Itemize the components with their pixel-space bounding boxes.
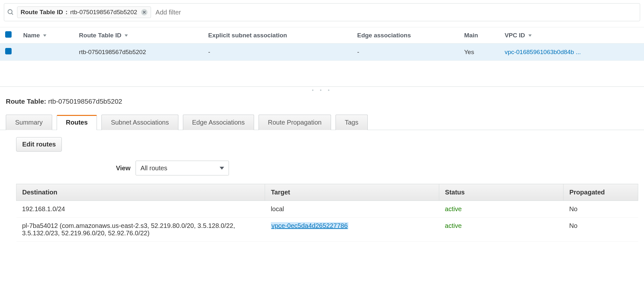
route-target: local (265, 201, 439, 218)
split-handle[interactable]: ● ● ● (0, 87, 644, 92)
route-destination: 192.168.1.0/24 (16, 201, 265, 218)
remove-filter-icon[interactable] (141, 9, 147, 15)
chevron-down-icon (220, 167, 224, 170)
col-main[interactable]: Main (459, 27, 499, 43)
select-all-checkbox[interactable] (5, 31, 12, 38)
svg-point-0 (8, 10, 12, 14)
col-explicit-subnet-assoc[interactable]: Explicit subnet association (203, 27, 352, 43)
filter-tag-route-table-id[interactable]: Route Table ID : rtb-0750198567d5b5202 (17, 6, 151, 18)
view-label: View (116, 164, 130, 172)
edit-routes-button[interactable]: Edit routes (16, 137, 62, 152)
col-name[interactable]: Name (18, 27, 74, 43)
search-icon (4, 9, 17, 16)
view-dropdown[interactable]: All routes (136, 161, 229, 175)
route-status: active (445, 205, 462, 212)
route-propagated: No (564, 218, 638, 242)
add-filter-input[interactable] (154, 7, 640, 18)
svg-line-1 (12, 13, 13, 15)
col-vpc-id[interactable]: VPC ID (499, 27, 644, 43)
routes-col-destination[interactable]: Destination (16, 184, 265, 201)
tab-edge-associations[interactable]: Edge Associations (183, 115, 254, 130)
tabs: Summary Routes Subnet Associations Edge … (0, 114, 644, 130)
row-checkbox[interactable] (5, 48, 12, 54)
tab-route-propagation[interactable]: Route Propagation (259, 115, 331, 130)
tab-summary[interactable]: Summary (6, 115, 52, 130)
routes-col-propagated[interactable]: Propagated (564, 184, 638, 201)
detail-id: rtb-0750198567d5b5202 (48, 98, 122, 105)
detail-label: Route Table: (6, 98, 46, 105)
routes-col-target[interactable]: Target (265, 184, 439, 201)
detail-header: Route Table: rtb-0750198567d5b5202 (0, 92, 644, 108)
route-destination: pl-7ba54012 (com.amazonaws.us-east-2.s3,… (16, 218, 265, 242)
routes-col-status[interactable]: Status (439, 184, 564, 201)
cell-route-table-id: rtb-0750198567d5b5202 (74, 43, 203, 61)
cell-explicit: - (203, 43, 352, 61)
cell-main: Yes (459, 43, 499, 61)
route-row: pl-7ba54012 (com.amazonaws.us-east-2.s3,… (16, 218, 638, 242)
route-row: 192.168.1.0/24 local active No (16, 201, 638, 218)
route-status: active (445, 222, 462, 229)
route-propagated: No (564, 201, 638, 218)
filter-key: Route Table ID (21, 9, 63, 16)
filter-value: rtb-0750198567d5b5202 (70, 9, 137, 16)
view-row: View All routes (0, 152, 644, 184)
route-tables-table: Name Route Table ID Explicit subnet asso… (0, 27, 644, 61)
routes-table: Destination Target Status Propagated 192… (16, 184, 638, 242)
filter-bar: Route Table ID : rtb-0750198567d5b5202 (4, 3, 640, 21)
tab-routes[interactable]: Routes (57, 115, 97, 130)
cell-vpc-id-link[interactable]: vpc-01685961063b0d84b ... (505, 49, 581, 55)
col-edge-assoc[interactable]: Edge associations (352, 27, 459, 43)
route-target-link[interactable]: vpce-0ec5da4d265227786 (271, 222, 348, 229)
tab-subnet-associations[interactable]: Subnet Associations (101, 115, 178, 130)
filter-separator: : (65, 9, 68, 16)
cell-name (18, 43, 74, 61)
view-selected-value: All routes (140, 164, 167, 172)
table-row[interactable]: rtb-0750198567d5b5202 - - Yes vpc-016859… (0, 43, 644, 61)
tab-tags[interactable]: Tags (336, 115, 368, 130)
cell-edge: - (352, 43, 459, 61)
col-route-table-id[interactable]: Route Table ID (74, 27, 203, 43)
